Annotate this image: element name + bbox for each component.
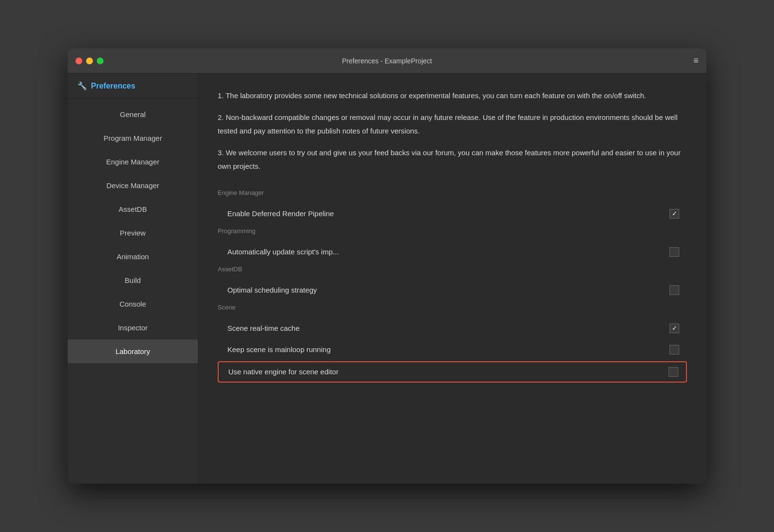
feature-row-scene-realtime-cache: Scene real-time cache [218,319,687,338]
intro-point-2: 2. Non-backward compatible changes or re… [218,111,687,138]
sidebar-item-animation[interactable]: Animation [68,245,198,268]
section-programming: ProgrammingAutomatically update script's… [218,227,687,262]
sidebar-item-laboratory[interactable]: Laboratory [68,340,198,363]
sidebar-item-assetdb[interactable]: AssetDB [68,197,198,221]
section-assetdb: AssetDBOptimal scheduling strategy [218,266,687,300]
feature-row-keep-scene-mainloop: Keep scene is mainloop running [218,340,687,359]
main-content: 1. The laboratory provides some new tech… [198,74,706,484]
sidebar-item-device-manager[interactable]: Device Manager [68,174,198,197]
section-scene: SceneScene real-time cacheKeep scene is … [218,304,687,383]
sidebar-header: 🔧 Preferences [68,74,198,99]
intro-point-3: 3. We welcome users to try out and give … [218,146,687,174]
titlebar: Preferences - ExampleProject ≡ [68,48,706,74]
sidebar-item-build[interactable]: Build [68,268,198,292]
feature-row-optimal-scheduling: Optimal scheduling strategy [218,281,687,300]
sidebar-nav: GeneralProgram ManagerEngine ManagerDevi… [68,99,198,484]
checkbox-auto-update-script[interactable] [670,247,679,257]
feature-label-auto-update-script: Automatically update script's imp... [227,248,339,256]
checkbox-scene-realtime-cache[interactable] [670,324,679,333]
checkbox-native-engine-scene[interactable] [669,367,678,377]
checkbox-deferred-render[interactable] [670,209,679,219]
checkbox-keep-scene-mainloop[interactable] [670,345,679,355]
intro-point-1: 1. The laboratory provides some new tech… [218,89,687,103]
sidebar: 🔧 Preferences GeneralProgram ManagerEngi… [68,74,198,484]
minimize-button[interactable] [86,58,93,64]
sidebar-item-general[interactable]: General [68,103,198,126]
menu-icon[interactable]: ≡ [693,56,699,66]
feature-row-deferred-render: Enable Deferred Render Pipeline [218,204,687,223]
section-label-engine-manager: Engine Manager [218,189,687,196]
app-window: Preferences - ExampleProject ≡ 🔧 Prefere… [68,48,706,484]
feature-label-native-engine-scene: Use native engine for scene editor [228,368,339,376]
sidebar-item-engine-manager[interactable]: Engine Manager [68,150,198,174]
intro-text: 1. The laboratory provides some new tech… [218,89,687,174]
sidebar-item-program-manager[interactable]: Program Manager [68,126,198,150]
section-label-scene: Scene [218,304,687,311]
section-label-assetdb: AssetDB [218,266,687,273]
sidebar-item-console[interactable]: Console [68,292,198,316]
sidebar-item-preview[interactable]: Preview [68,221,198,245]
checkbox-optimal-scheduling[interactable] [670,285,679,295]
sidebar-item-inspector[interactable]: Inspector [68,316,198,340]
feature-label-deferred-render: Enable Deferred Render Pipeline [227,209,334,218]
close-button[interactable] [75,58,82,64]
traffic-lights [75,58,104,64]
content-area: 🔧 Preferences GeneralProgram ManagerEngi… [68,74,706,484]
section-engine-manager: Engine ManagerEnable Deferred Render Pip… [218,189,687,223]
window-title: Preferences - ExampleProject [342,57,432,65]
sections-container: Engine ManagerEnable Deferred Render Pip… [218,189,687,383]
section-label-programming: Programming [218,227,687,235]
feature-label-scene-realtime-cache: Scene real-time cache [227,324,299,332]
sidebar-title: Preferences [91,82,135,90]
feature-row-native-engine-scene: Use native engine for scene editor [218,361,687,383]
preferences-icon: 🔧 [77,81,87,90]
feature-label-optimal-scheduling: Optimal scheduling strategy [227,286,317,294]
feature-label-keep-scene-mainloop: Keep scene is mainloop running [227,345,330,354]
feature-row-auto-update-script: Automatically update script's imp... [218,242,687,262]
maximize-button[interactable] [97,58,104,64]
